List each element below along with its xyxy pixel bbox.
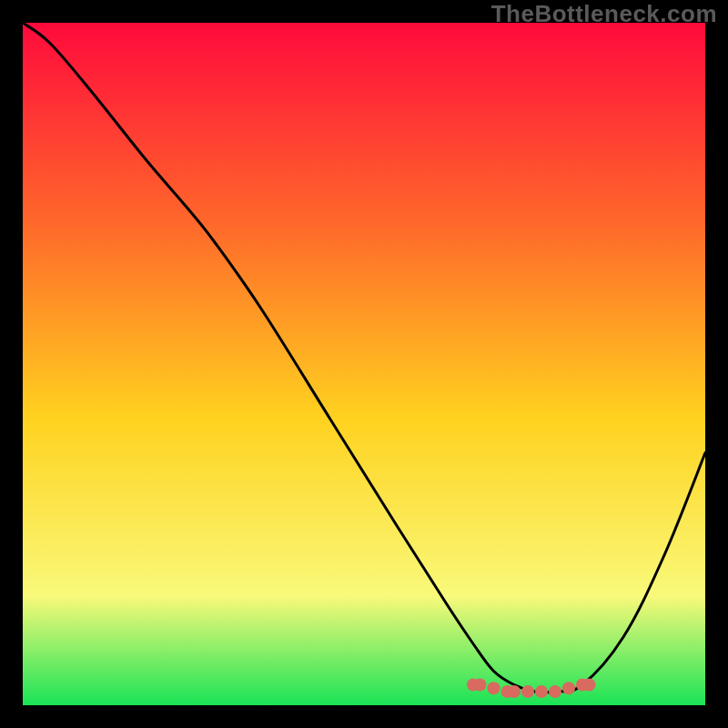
- gradient-background: [23, 23, 705, 705]
- optimal-marker: [549, 685, 561, 698]
- optimal-marker: [535, 685, 548, 698]
- optimal-marker: [488, 682, 500, 694]
- optimal-marker: [508, 685, 521, 698]
- optimal-marker: [521, 685, 534, 698]
- optimal-marker: [474, 679, 487, 692]
- plot-area: [23, 23, 705, 705]
- optimal-marker: [583, 679, 596, 692]
- chart-svg: [23, 23, 705, 705]
- chart-stage: TheBottleneck.com: [0, 0, 728, 728]
- optimal-marker: [562, 682, 575, 694]
